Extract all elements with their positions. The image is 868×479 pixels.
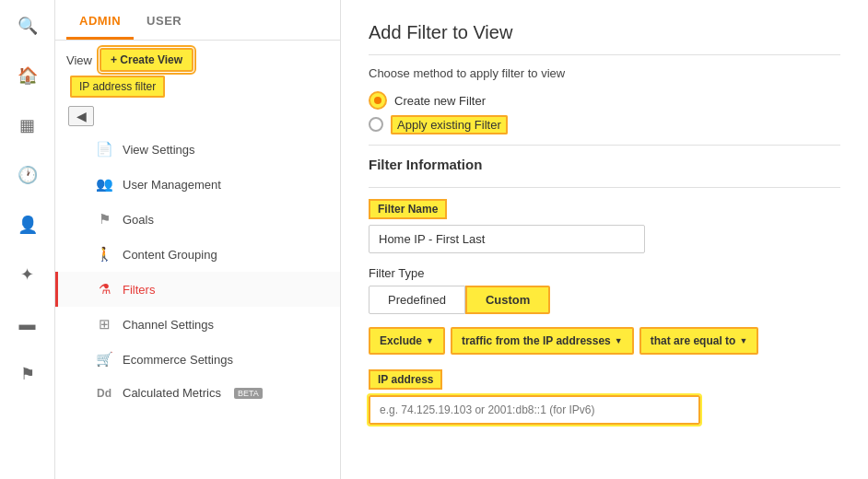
- back-row: ◀: [55, 100, 340, 132]
- goals-icon: ⚑: [95, 211, 113, 228]
- divider-1: [369, 54, 840, 55]
- search-icon[interactable]: 🔍: [11, 9, 44, 42]
- report-icon[interactable]: ▬: [11, 308, 44, 341]
- view-label: View: [66, 53, 92, 67]
- ip-filter-badge: IP address filter: [70, 76, 165, 98]
- dashboard-icon[interactable]: ▦: [11, 109, 44, 142]
- filter-name-label: Filter Name: [369, 199, 447, 219]
- ecommerce-settings-icon: 🛒: [95, 351, 113, 368]
- view-row: View + Create View: [55, 41, 340, 79]
- sidebar-item-label: View Settings: [123, 143, 195, 157]
- radio-group: Create new Filter Apply existing Filter: [369, 91, 840, 132]
- sidebar-item-goals[interactable]: ⚑ Goals: [55, 202, 340, 237]
- radio-create-new-icon: [369, 91, 387, 110]
- back-button[interactable]: ◀: [68, 106, 94, 126]
- tab-bar: ADMIN USER: [55, 0, 340, 41]
- filter-type-group: Filter Type Predefined Custom: [369, 266, 840, 314]
- icon-sidebar: 🔍 🏠 ▦ 🕐 👤 ✦ ▬ ⚑: [0, 0, 55, 479]
- user-icon[interactable]: 👤: [11, 208, 44, 241]
- clock-icon[interactable]: 🕐: [11, 158, 44, 192]
- sidebar-item-label: Ecommerce Settings: [123, 353, 233, 367]
- radio-create-new-label: Create new Filter: [394, 94, 486, 108]
- sidebar-item-ecommerce-settings[interactable]: 🛒 Ecommerce Settings: [55, 342, 340, 377]
- radio-apply-existing-label: Apply existing Filter: [391, 118, 508, 132]
- nav-items: 📄 View Settings 👥 User Management ⚑ Goal…: [55, 132, 340, 479]
- sidebar-item-view-settings[interactable]: 📄 View Settings: [55, 132, 340, 167]
- tab-user[interactable]: USER: [134, 5, 194, 40]
- sidebar-item-calculated-metrics[interactable]: Dd Calculated Metrics BETA: [55, 377, 340, 409]
- filter-name-group: Filter Name: [369, 199, 840, 253]
- calculated-metrics-icon: Dd: [95, 387, 113, 400]
- divider-3: [369, 187, 840, 188]
- divider-2: [369, 145, 840, 146]
- radio-dot: [374, 97, 381, 104]
- channel-settings-icon: ⊞: [95, 316, 113, 333]
- ip-address-label: IP address: [369, 369, 442, 390]
- filter-info-title: Filter Information: [369, 157, 840, 172]
- flag-icon[interactable]: ⚑: [11, 357, 44, 391]
- traffic-label: traffic from the IP addresses: [462, 334, 611, 347]
- sidebar-item-label: Goals: [123, 213, 154, 227]
- sidebar-item-label: Content Grouping: [123, 248, 217, 262]
- sidebar-item-filters[interactable]: ⚗ Filters: [55, 272, 340, 307]
- sidebar-item-label: User Management: [123, 178, 221, 192]
- custom-button[interactable]: Custom: [465, 286, 550, 314]
- exclude-caret: ▼: [426, 336, 434, 345]
- filter-type-row: Predefined Custom: [369, 286, 840, 314]
- equal-caret: ▼: [739, 336, 747, 345]
- sidebar-item-label: Calculated Metrics: [123, 386, 221, 400]
- ip-address-group: IP address: [369, 369, 840, 425]
- filter-type-title: Filter Type: [369, 266, 840, 280]
- main-content: Add Filter to View Choose method to appl…: [341, 0, 868, 479]
- traffic-dropdown[interactable]: traffic from the IP addresses ▼: [451, 327, 634, 355]
- predefined-button[interactable]: Predefined: [369, 286, 465, 314]
- sidebar-item-label: Filters: [123, 283, 155, 297]
- content-grouping-icon: 🚶: [95, 246, 113, 263]
- sidebar-item-content-grouping[interactable]: 🚶 Content Grouping: [55, 237, 340, 272]
- ip-address-input[interactable]: [369, 395, 700, 425]
- create-view-button[interactable]: + Create View: [100, 48, 194, 72]
- radio-apply-existing[interactable]: Apply existing Filter: [369, 117, 840, 132]
- choose-method-label: Choose method to apply filter to view: [369, 66, 840, 80]
- nav-area: ADMIN USER View + Create View IP address…: [55, 0, 341, 479]
- filter-name-input[interactable]: [369, 225, 645, 253]
- sidebar-item-user-management[interactable]: 👥 User Management: [55, 167, 340, 202]
- user-management-icon: 👥: [95, 176, 113, 193]
- radio-create-new[interactable]: Create new Filter: [369, 91, 840, 110]
- view-settings-icon: 📄: [95, 141, 113, 158]
- radio-apply-existing-icon: [369, 117, 383, 132]
- equal-dropdown[interactable]: that are equal to ▼: [639, 327, 759, 355]
- page-title: Add Filter to View: [369, 22, 840, 43]
- equal-label: that are equal to: [651, 334, 736, 347]
- beta-badge: BETA: [234, 388, 263, 399]
- traffic-caret: ▼: [615, 336, 623, 345]
- home-icon[interactable]: 🏠: [11, 59, 44, 92]
- apply-existing-highlight: Apply existing Filter: [391, 115, 508, 134]
- sidebar-item-channel-settings[interactable]: ⊞ Channel Settings: [55, 307, 340, 342]
- filter-info-section: Filter Information: [369, 157, 840, 172]
- sidebar-item-label: Channel Settings: [123, 318, 214, 332]
- filters-icon: ⚗: [95, 281, 113, 298]
- exclude-label: Exclude: [380, 334, 422, 347]
- tab-admin[interactable]: ADMIN: [66, 5, 134, 40]
- node-icon[interactable]: ✦: [11, 258, 44, 291]
- filter-dropdowns: Exclude ▼ traffic from the IP addresses …: [369, 327, 840, 355]
- exclude-dropdown[interactable]: Exclude ▼: [369, 327, 445, 355]
